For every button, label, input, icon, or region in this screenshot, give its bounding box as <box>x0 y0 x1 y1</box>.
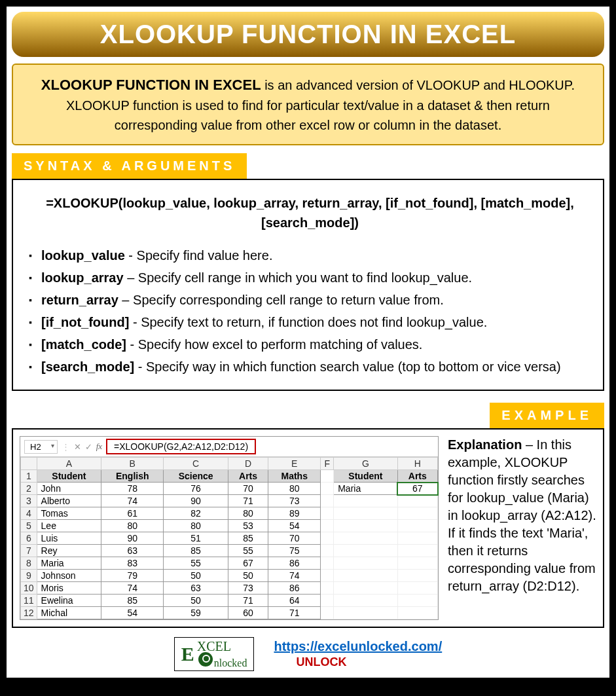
cell[interactable]: 85 <box>164 545 228 557</box>
select-all-corner[interactable] <box>21 458 37 470</box>
website-link[interactable]: https://excelunlocked.com/ <box>274 639 442 653</box>
cell[interactable]: Maria <box>37 557 101 570</box>
col-header[interactable]: A <box>37 458 101 470</box>
cell[interactable]: Student <box>334 470 397 483</box>
enter-icon[interactable]: ✓ <box>85 442 92 452</box>
cell[interactable]: 51 <box>164 532 228 545</box>
cell[interactable]: Johnson <box>37 570 101 582</box>
cell[interactable]: 86 <box>268 557 321 570</box>
selected-cell[interactable]: 67 <box>397 483 437 495</box>
cell[interactable] <box>321 483 334 495</box>
cell[interactable]: 76 <box>164 483 228 495</box>
cell[interactable]: Moris <box>37 582 101 595</box>
intro-lead: XLOOKUP FUNCTION IN EXCEL <box>41 77 261 93</box>
col-header[interactable]: H <box>397 458 437 470</box>
cell[interactable]: 73 <box>268 495 321 507</box>
cell[interactable]: Lee <box>37 520 101 532</box>
cell[interactable]: 64 <box>268 595 321 607</box>
cell[interactable]: 80 <box>101 520 164 532</box>
row-header[interactable]: 1 <box>21 470 37 483</box>
cell[interactable]: 85 <box>228 532 268 545</box>
cell[interactable]: Alberto <box>37 495 101 507</box>
logo-bottom: nlocked <box>214 657 247 669</box>
cell[interactable]: 71 <box>228 595 268 607</box>
cell[interactable]: 61 <box>101 507 164 520</box>
cell[interactable]: 73 <box>228 582 268 595</box>
list-item: lookup_array – Specify cell range in whi… <box>29 266 591 289</box>
cell[interactable]: Tomas <box>37 507 101 520</box>
excel-screenshot: H2 ⋮ ✕ ✓ fx =XLOOKUP(G2,A2:A12,D2:D12) A… <box>20 436 439 620</box>
cell[interactable]: 54 <box>268 520 321 532</box>
cell[interactable]: 55 <box>164 557 228 570</box>
formula-input[interactable]: =XLOOKUP(G2,A2:A12,D2:D12) <box>106 439 256 454</box>
cell[interactable]: 60 <box>228 607 268 619</box>
spreadsheet-grid[interactable]: A B C D E F G H 1 Student English Scienc… <box>20 457 438 619</box>
cell[interactable]: John <box>37 483 101 495</box>
cell[interactable]: 74 <box>268 570 321 582</box>
unlock-label: UNLOCK <box>274 655 442 669</box>
cell[interactable]: 74 <box>101 495 164 507</box>
cell[interactable]: Ewelina <box>37 595 101 607</box>
cell[interactable]: English <box>101 470 164 483</box>
cell[interactable]: 89 <box>268 507 321 520</box>
cell[interactable]: 70 <box>228 483 268 495</box>
cell[interactable]: Arts <box>397 470 437 483</box>
cell[interactable] <box>321 470 334 483</box>
row-header[interactable]: 12 <box>21 607 37 619</box>
cell[interactable]: 80 <box>228 507 268 520</box>
row-header[interactable]: 5 <box>21 520 37 532</box>
cell[interactable]: 80 <box>164 520 228 532</box>
cell[interactable]: 71 <box>228 495 268 507</box>
cell[interactable]: 63 <box>164 582 228 595</box>
row-header[interactable]: 8 <box>21 557 37 570</box>
cell[interactable]: 75 <box>268 545 321 557</box>
cell[interactable]: 82 <box>164 507 228 520</box>
cell[interactable]: 50 <box>228 570 268 582</box>
row-header[interactable]: 11 <box>21 595 37 607</box>
row-header[interactable]: 6 <box>21 532 37 545</box>
cell[interactable]: Rey <box>37 545 101 557</box>
col-header[interactable]: C <box>164 458 228 470</box>
cell[interactable]: Maria <box>334 483 397 495</box>
cell[interactable]: 83 <box>101 557 164 570</box>
row-header[interactable]: 2 <box>21 483 37 495</box>
cell[interactable]: 70 <box>268 532 321 545</box>
cell[interactable]: 63 <box>101 545 164 557</box>
col-header[interactable]: B <box>101 458 164 470</box>
cell[interactable]: 50 <box>164 595 228 607</box>
cell[interactable]: Maths <box>268 470 321 483</box>
row-header[interactable]: 7 <box>21 545 37 557</box>
cell[interactable]: Arts <box>228 470 268 483</box>
cell[interactable]: 50 <box>164 570 228 582</box>
cell[interactable]: 53 <box>228 520 268 532</box>
cell[interactable]: Student <box>37 470 101 483</box>
cell[interactable]: 54 <box>101 607 164 619</box>
cell[interactable]: 90 <box>164 495 228 507</box>
fx-icon[interactable]: fx <box>96 441 102 452</box>
cell[interactable]: 59 <box>164 607 228 619</box>
cell[interactable]: 55 <box>228 545 268 557</box>
col-header[interactable]: G <box>334 458 397 470</box>
cancel-icon[interactable]: ✕ <box>74 442 81 452</box>
row-header[interactable]: 4 <box>21 507 37 520</box>
list-item: return_array – Specify corresponding cel… <box>29 289 591 311</box>
cell[interactable]: 79 <box>101 570 164 582</box>
col-header[interactable]: D <box>228 458 268 470</box>
cell[interactable]: 90 <box>101 532 164 545</box>
row-header[interactable]: 3 <box>21 495 37 507</box>
cell[interactable]: 74 <box>101 582 164 595</box>
row-header[interactable]: 10 <box>21 582 37 595</box>
cell[interactable]: Michal <box>37 607 101 619</box>
cell[interactable]: 86 <box>268 582 321 595</box>
col-header[interactable]: E <box>268 458 321 470</box>
cell[interactable]: 67 <box>228 557 268 570</box>
cell[interactable]: 78 <box>101 483 164 495</box>
cell[interactable]: 85 <box>101 595 164 607</box>
cell[interactable]: 71 <box>268 607 321 619</box>
cell[interactable]: 80 <box>268 483 321 495</box>
col-header[interactable]: F <box>321 458 334 470</box>
cell[interactable]: Science <box>164 470 228 483</box>
row-header[interactable]: 9 <box>21 570 37 582</box>
cell[interactable]: Luis <box>37 532 101 545</box>
name-box[interactable]: H2 <box>24 440 58 454</box>
